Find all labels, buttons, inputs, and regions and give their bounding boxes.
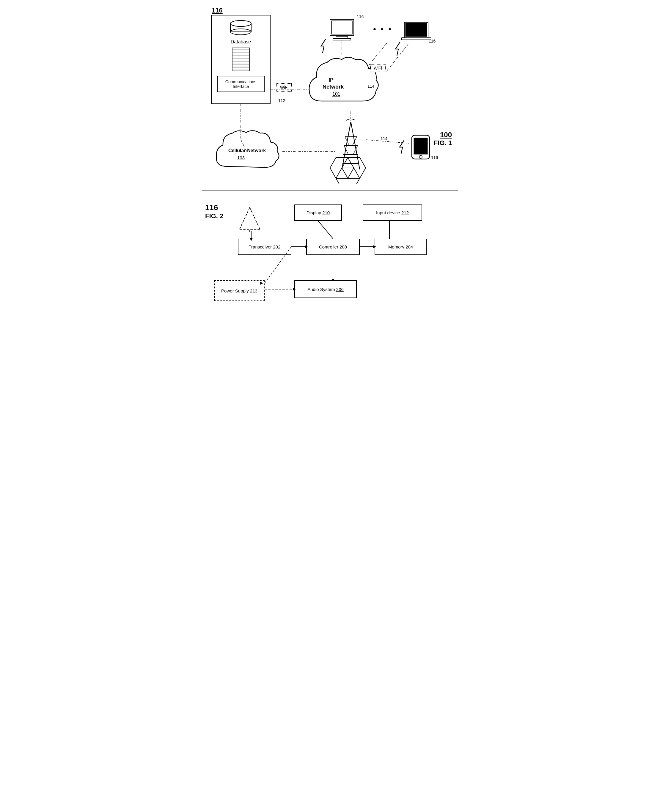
label-116-right: 116 [429, 39, 436, 43]
svg-rect-10 [332, 21, 352, 34]
wifi-box-2: WiFi [370, 64, 386, 72]
svg-marker-56 [250, 238, 253, 241]
svg-marker-41 [239, 208, 260, 230]
label-116-phone: 116 [431, 155, 438, 160]
ellipsis: • • • [373, 24, 392, 34]
server-box: 116 Database Communications Interface [211, 15, 271, 104]
comm-interface-box: Communications Interface [217, 76, 265, 92]
svg-text:Cellular Network: Cellular Network [228, 148, 266, 153]
label-114-top: 114 [368, 84, 374, 89]
fig1-ref-label: 100 FIG. 1 [434, 131, 452, 147]
phone-icon [410, 134, 431, 160]
ip-network-cloud: IP Network 101 [303, 54, 381, 113]
power-supply-label: Power Supply 213 [221, 288, 257, 293]
fig2-diagram: 116 FIG. 2 Display 210 Input device 212 … [202, 200, 458, 313]
memory-label: Memory 204 [388, 244, 413, 249]
input-device-label: Input device 212 [376, 210, 409, 215]
svg-line-23 [352, 137, 357, 146]
fig1-diagram: 116 Database Communications Interface Wi… [202, 6, 458, 184]
svg-text:103: 103 [237, 155, 245, 160]
database-icon [229, 20, 253, 38]
memory-box: Memory 204 [374, 239, 427, 255]
laptop-icon [401, 21, 431, 43]
svg-point-3 [230, 21, 251, 27]
label-114-b: 114 [381, 136, 387, 141]
lightning-bolt-1 [318, 39, 330, 54]
label-112: 112 [278, 98, 285, 103]
audio-system-box: Audio System 206 [294, 280, 357, 298]
antenna-to-transceiver-arrow [248, 231, 254, 242]
power-supply-box: Power Supply 213 [214, 280, 265, 301]
svg-point-31 [419, 155, 422, 159]
controller-box: Controller 208 [306, 239, 360, 255]
svg-line-43 [318, 221, 333, 239]
display-label: Display 210 [306, 210, 330, 215]
fig2-title-area: 116 FIG. 2 [205, 203, 223, 220]
svg-rect-7 [330, 19, 354, 36]
transceiver-box: Transceiver 202 [238, 239, 291, 255]
controller-label: Controller 208 [319, 244, 347, 249]
svg-line-22 [345, 137, 349, 146]
server-box-label: 116 [212, 6, 223, 14]
svg-rect-8 [336, 36, 348, 39]
server-rack-icon [232, 48, 250, 71]
database-label: Database [231, 39, 251, 44]
svg-marker-28 [336, 168, 360, 184]
comm-interface-label: Communications Interface [217, 79, 264, 89]
lightning-bolt-2 [392, 41, 404, 57]
desktop-icon [327, 18, 357, 41]
transceiver-label: Transceiver 202 [249, 244, 280, 249]
svg-rect-30 [414, 138, 427, 154]
antenna-icon [238, 206, 262, 233]
coverage-icon [321, 155, 381, 184]
cellular-cloud: Cellular Network 103 [211, 128, 282, 175]
input-device-box: Input device 212 [363, 205, 422, 221]
svg-rect-12 [406, 23, 427, 36]
lightning-bolt-3 [397, 140, 408, 155]
wifi-box-1: WiFi [276, 83, 292, 92]
svg-text:101: 101 [332, 92, 340, 97]
svg-text:Network: Network [322, 84, 344, 90]
label-116-top: 116 [357, 14, 363, 19]
display-box: Display 210 [294, 205, 342, 221]
svg-rect-9 [333, 39, 351, 40]
svg-text:IP: IP [328, 77, 333, 83]
svg-rect-13 [401, 38, 431, 40]
audio-system-label: Audio System 206 [308, 287, 344, 292]
